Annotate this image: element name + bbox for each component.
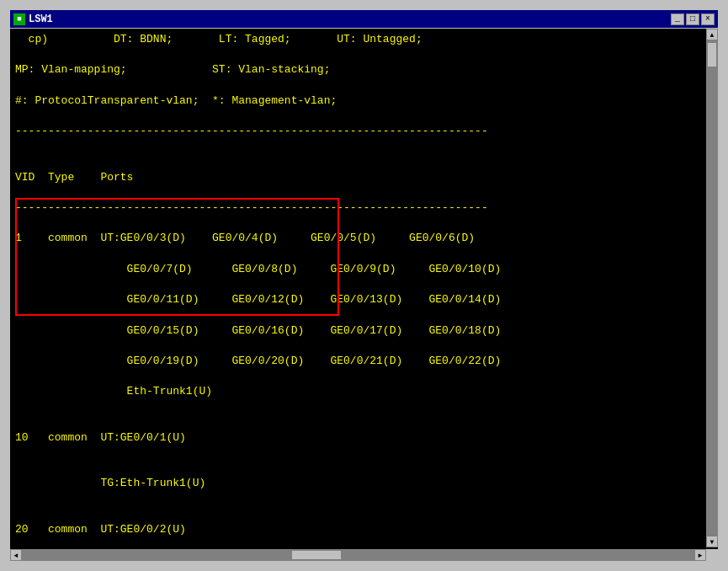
title-buttons: _ □ × [671,13,715,25]
close-button[interactable]: × [701,13,715,25]
hscrollbar-thumb[interactable] [291,550,342,560]
terminal-container: cp) DT: BDNN; LT: Tagged; UT: Untagged; … [10,29,718,561]
terminal-line: TG:Eth-Trunk1(U) [15,476,713,491]
scroll-left-button[interactable]: ◄ [10,549,22,561]
window-title: LSW1 [29,13,53,25]
minimize-button[interactable]: _ [671,13,684,25]
terminal-line: #: ProtocolTransparent-vlan; *: Manageme… [15,93,713,109]
title-bar: ■ LSW1 _ □ × [10,10,718,29]
terminal-line: ----------------------------------------… [15,124,713,139]
terminal-line: GE0/0/11(D) GE0/0/12(D) GE0/0/13(D) GE0/… [15,292,713,307]
scrollbar-corner [706,549,718,561]
terminal-line: Eth-Trunk1(U) [15,384,713,399]
scrollbar-track[interactable] [706,40,718,536]
terminal-line: MP: Vlan-mapping; ST: Vlan-stacking; [15,62,713,77]
terminal-line: GE0/0/7(D) GE0/0/8(D) GE0/0/9(D) GE0/0/1… [15,262,713,277]
terminal-line: cp) DT: BDNN; LT: Tagged; UT: Untagged; [15,32,713,47]
terminal-line: 1 common UT:GE0/0/3(D) GE0/0/4(D) GE0/0/… [15,231,713,246]
window-icon: ■ [13,13,25,25]
title-bar-left: ■ LSW1 [13,13,53,25]
terminal-line: 20 common UT:GE0/0/2(U) [15,522,713,537]
terminal-line: GE0/0/15(D) GE0/0/16(D) GE0/0/17(D) GE0/… [15,323,713,339]
maximize-button[interactable]: □ [686,13,699,25]
scroll-right-button[interactable]: ► [694,549,706,561]
terminal-content[interactable]: cp) DT: BDNN; LT: Tagged; UT: Untagged; … [10,29,718,561]
terminal-line: ----------------------------------------… [15,200,713,216]
vertical-scrollbar[interactable]: ▲ ▼ [706,29,718,547]
scrollbar-thumb[interactable] [707,42,717,67]
scroll-up-button[interactable]: ▲ [706,29,718,40]
main-window: ■ LSW1 _ □ × cp) DT: BDNN; LT: Tagged; U… [8,8,720,563]
terminal-line: 10 common UT:GE0/0/1(U) [15,430,713,446]
terminal-line: VID Type Ports [15,170,713,185]
terminal-line: GE0/0/19(D) GE0/0/20(D) GE0/0/21(D) GE0/… [15,354,713,369]
hscrollbar-track[interactable] [22,549,694,561]
scroll-down-button[interactable]: ▼ [706,536,718,547]
horizontal-scrollbar[interactable]: ◄ ► [10,549,706,561]
